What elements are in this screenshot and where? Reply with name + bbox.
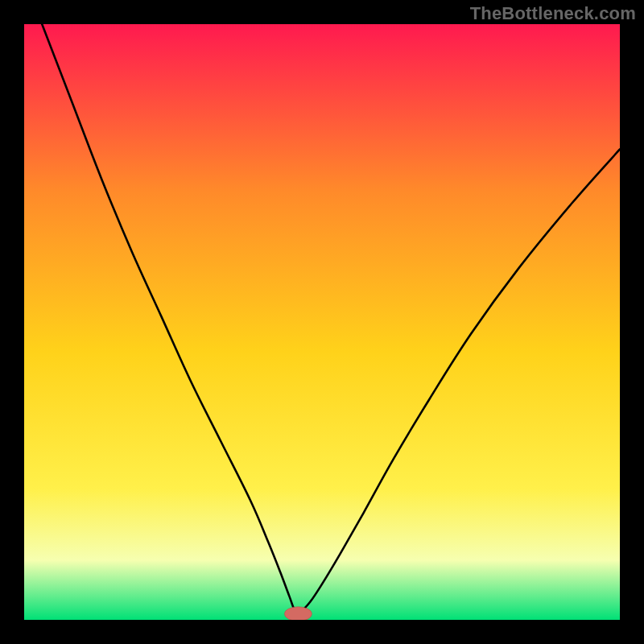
minimum-marker <box>284 607 312 620</box>
gradient-background <box>24 24 620 620</box>
watermark-text: TheBottleneck.com <box>470 3 636 24</box>
chart-frame: TheBottleneck.com <box>0 0 644 644</box>
plot-area <box>24 24 620 620</box>
chart-svg <box>24 24 620 620</box>
